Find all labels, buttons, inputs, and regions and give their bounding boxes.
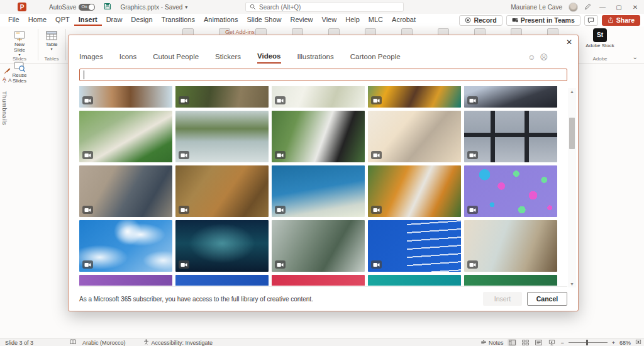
video-thumbnail-autumn-forest-fog[interactable] — [368, 165, 461, 217]
thumbnails-panel-label[interactable]: Thumbnails — [1, 91, 8, 125]
slides-group: New Slide ▾ Reuse Slides Slides — [3, 26, 36, 63]
video-thumbnail-sleeping-kitten[interactable] — [368, 111, 461, 162]
autosave-control[interactable]: AutoSave On — [49, 4, 95, 11]
menu-tab-animations[interactable]: Animations — [199, 14, 242, 26]
zoom-out-icon[interactable]: − — [560, 340, 564, 346]
dialog-tab-icons[interactable]: Icons — [119, 53, 137, 63]
save-icon[interactable] — [104, 3, 111, 11]
dialog-tab-illustrations[interactable]: Illustrations — [297, 53, 334, 63]
dialog-scrollbar[interactable]: ▲ ▼ — [568, 88, 576, 287]
video-thumbnail-squirrel-on-log[interactable] — [175, 86, 269, 108]
video-thumbnail-blue-particles[interactable] — [175, 275, 269, 286]
video-thumbnail-cyclist-motorcycles[interactable] — [79, 165, 172, 217]
video-thumbnail-colorful-wave-pattern[interactable] — [368, 86, 461, 108]
menu-tab-acrobat[interactable]: Acrobat — [387, 14, 420, 26]
menu-tab-transitions[interactable]: Transitions — [157, 14, 199, 26]
minimize-button[interactable]: — — [597, 4, 608, 11]
pen-icon[interactable] — [584, 3, 591, 11]
scroll-up-icon[interactable]: ▲ — [568, 89, 576, 94]
slide-sorter-view-button[interactable] — [521, 339, 530, 346]
video-thumbnail-mountain-climbers[interactable] — [464, 86, 557, 108]
menu-tab-home[interactable]: Home — [24, 14, 51, 26]
record-button[interactable]: Record — [459, 15, 502, 26]
video-thumbnail-red-flower[interactable] — [272, 275, 365, 286]
scroll-down-icon[interactable]: ▼ — [568, 282, 576, 286]
close-window-button[interactable]: ✕ — [630, 4, 640, 11]
video-thumbnail-sun-glitter-water[interactable] — [368, 220, 461, 272]
video-thumbnail-teal-gradient[interactable] — [368, 275, 461, 286]
dialog-tab-stickers[interactable]: Stickers — [215, 53, 241, 63]
video-thumbnail-purple-waves[interactable] — [79, 275, 172, 286]
accessibility-icon[interactable] — [143, 339, 149, 346]
video-search-input[interactable] — [79, 69, 567, 81]
video-thumbnail-snowy-window[interactable] — [464, 111, 557, 162]
scrollbar-thumb[interactable] — [569, 118, 575, 149]
dialog-tab-cutout-people[interactable]: Cutout People — [153, 53, 199, 63]
spellcheck-icon[interactable] — [70, 339, 76, 346]
present-in-teams-button[interactable]: Present in Teams — [506, 15, 580, 26]
collapse-ribbon-icon[interactable]: ⌄ — [633, 53, 638, 60]
video-badge-icon — [275, 206, 286, 214]
adobe-stock-button[interactable]: St Adobe Stock — [584, 26, 616, 48]
format-painter-icon[interactable] — [4, 65, 11, 77]
menu-tab-mlc[interactable]: MLC — [364, 14, 387, 26]
autosave-toggle[interactable]: On — [79, 4, 95, 11]
menu-tab-design[interactable]: Design — [126, 14, 157, 26]
video-search — [79, 69, 567, 81]
menu-tab-view[interactable]: View — [318, 14, 341, 26]
fit-slide-icon[interactable] — [635, 339, 641, 346]
dialog-tab-videos[interactable]: Videos — [257, 52, 281, 64]
video-thumbnail-white-blossoms[interactable] — [272, 86, 365, 108]
table-button[interactable]: Table ▾ — [42, 26, 62, 52]
video-thumbnail-sleeping-panda[interactable] — [272, 111, 365, 162]
feedback-smile-icon[interactable]: ☺ — [528, 53, 535, 62]
menu-tab-qpt[interactable]: QPT — [51, 14, 74, 26]
document-title[interactable]: Graphics.pptx - Saved ▾ — [120, 4, 187, 11]
share-button[interactable]: Share — [602, 15, 640, 26]
video-thumbnail-deep-underwater[interactable] — [175, 220, 269, 272]
language-indicator[interactable]: Arabic (Morocco) — [82, 340, 126, 346]
video-thumbnail-purple-paint-bubbles[interactable] — [464, 165, 557, 217]
new-slide-button[interactable]: New Slide ▾ — [11, 26, 28, 57]
avatar[interactable] — [569, 3, 578, 12]
slideshow-view-button[interactable] — [547, 339, 556, 346]
dialog-tab-images[interactable]: Images — [79, 53, 103, 63]
decrease-font-icon[interactable]: A — [8, 77, 11, 83]
video-thumbnail-daisies-blue-sky[interactable] — [272, 165, 365, 217]
search-box[interactable]: Search (Alt+Q) — [245, 2, 404, 12]
menu-tab-draw[interactable]: Draw — [102, 14, 127, 26]
menu-tab-help[interactable]: Help — [341, 14, 364, 26]
slide-indicator[interactable]: Slide 3 of 3 — [5, 340, 33, 346]
menu-tab-file[interactable]: File — [4, 14, 24, 26]
zoom-slider[interactable] — [569, 342, 608, 343]
menu-tab-slide-show[interactable]: Slide Show — [242, 14, 286, 26]
video-thumbnail-tennis-court-balls[interactable] — [79, 111, 172, 162]
feedback-frown-icon[interactable]: ☹ — [540, 53, 548, 62]
comments-button[interactable] — [584, 15, 598, 26]
cancel-button[interactable]: Cancel — [527, 292, 567, 306]
menu-tab-review[interactable]: Review — [286, 14, 317, 26]
user-name[interactable]: Mauriane Le Cave — [511, 4, 562, 11]
video-thumbnail-green-landscape[interactable] — [464, 275, 557, 286]
dialog-close-icon[interactable]: ✕ — [566, 38, 572, 46]
normal-view-button[interactable] — [508, 339, 516, 346]
video-thumbnail-palm-tree-beach[interactable] — [464, 220, 557, 272]
collapse-thumbnails-icon[interactable]: ‹ — [4, 79, 6, 85]
menu-tab-insert[interactable]: Insert — [74, 14, 102, 26]
video-thumbnail-misty-forest-lake[interactable] — [175, 111, 269, 162]
reading-view-button[interactable] — [534, 339, 543, 346]
video-thumbnail-misty-mountain-forest[interactable] — [272, 220, 365, 272]
dialog-tab-cartoon-people[interactable]: Cartoon People — [350, 53, 401, 63]
video-thumbnail-hen-on-nest[interactable] — [175, 165, 269, 217]
video-thumbnail-sunny-sky-clouds[interactable] — [79, 220, 172, 272]
restore-button[interactable]: ▢ — [614, 4, 624, 11]
video-badge-icon — [179, 206, 189, 214]
video-thumbnail-hand-with-gold-coin[interactable] — [79, 86, 172, 108]
accessibility-status[interactable]: Accessibility: Investigate — [152, 340, 213, 346]
zoom-in-icon[interactable]: + — [612, 340, 615, 346]
video-badge-icon — [82, 96, 93, 104]
notes-button[interactable]: Notes — [480, 340, 504, 346]
zoom-slider-thumb[interactable] — [586, 340, 588, 345]
insert-button[interactable]: Insert — [483, 292, 522, 306]
zoom-level[interactable]: 68% — [619, 340, 631, 346]
